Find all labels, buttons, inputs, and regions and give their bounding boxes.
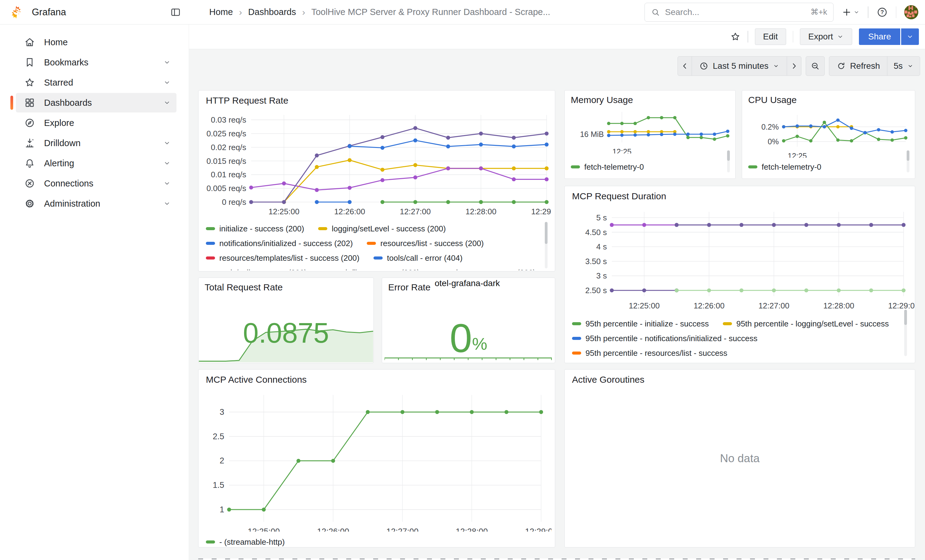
memory-usage-chart[interactable]: 12:2516 MiB bbox=[566, 108, 732, 153]
divider bbox=[868, 6, 868, 18]
share-split-button: Share bbox=[859, 29, 919, 45]
legend-item[interactable]: tools/call - error (404) bbox=[374, 254, 462, 263]
legend-item[interactable]: initialize - success (200) bbox=[206, 224, 304, 234]
panel-memory-usage: Memory Usage 12:2516 MiB fetch-telemetry… bbox=[564, 90, 736, 179]
panel-title[interactable]: HTTP Request Rate bbox=[206, 95, 288, 106]
sidebar-item-label: Explore bbox=[44, 118, 74, 128]
time-range-group: Last 5 minutes bbox=[678, 56, 801, 76]
zoom-out-time-button[interactable] bbox=[806, 56, 825, 76]
sidebar-item-drilldown[interactable]: Drilldown bbox=[16, 133, 176, 153]
sidebar-item-dashboards[interactable]: Dashboards bbox=[16, 93, 176, 113]
panel-title[interactable]: Error Rate bbox=[388, 282, 430, 293]
legend-label: tools/list - success (200) bbox=[334, 268, 420, 270]
legend-scrollbar[interactable] bbox=[904, 310, 907, 356]
time-shift-back-button[interactable] bbox=[678, 56, 692, 76]
mcp-request-duration-chart[interactable]: 12:25:0012:26:0012:27:0012:28:0012:29:00… bbox=[566, 204, 914, 311]
legend-label: 95th percentile - initialize - success bbox=[586, 319, 709, 329]
legend-row: - (streamable-http) bbox=[206, 534, 542, 548]
legend-item[interactable]: 95th percentile - notifications/initiali… bbox=[572, 334, 757, 343]
legend-item[interactable]: notifications/initialized - success (202… bbox=[206, 239, 353, 248]
time-shift-forward-button[interactable] bbox=[787, 56, 801, 76]
avatar[interactable] bbox=[904, 5, 918, 19]
chevron-down-icon bbox=[163, 78, 171, 87]
legend-item[interactable]: 95th percentile - resources/list - succe… bbox=[572, 348, 728, 358]
mcp-active-connections-chart[interactable]: 12:25:0012:26:0012:27:0012:28:0012:29:00… bbox=[203, 385, 551, 531]
panel-title[interactable]: MCP Active Connections bbox=[206, 374, 307, 385]
sidebar-item-explore[interactable]: Explore bbox=[16, 113, 176, 133]
add-button[interactable] bbox=[842, 7, 860, 17]
svg-text:12:26:00: 12:26:00 bbox=[317, 527, 349, 531]
panel-title[interactable]: Total Request Rate bbox=[205, 282, 283, 293]
panel-title[interactable]: CPU Usage bbox=[748, 95, 797, 105]
sidebar-item-label: Bookmarks bbox=[44, 57, 88, 68]
sidebar-item-home[interactable]: Home bbox=[16, 32, 176, 52]
svg-text:12:27:00: 12:27:00 bbox=[758, 301, 789, 310]
sidebar-item-label: Home bbox=[44, 37, 68, 47]
time-range-picker[interactable]: Last 5 minutes bbox=[691, 56, 787, 76]
legend-label: 95th percentile - resources/list - succe… bbox=[586, 348, 728, 358]
chevron-down-icon bbox=[907, 63, 914, 69]
legend-color-chip bbox=[374, 257, 383, 260]
dock-sidebar-icon[interactable] bbox=[170, 7, 181, 18]
refresh-interval-picker[interactable]: 5s bbox=[887, 56, 920, 76]
zoom-out-icon bbox=[811, 62, 820, 71]
sidebar-item-connections[interactable]: Connections bbox=[16, 174, 176, 193]
refresh-button[interactable]: Refresh bbox=[829, 56, 888, 76]
svg-text:12:29:00: 12:29:00 bbox=[525, 527, 551, 531]
svg-text:16 MiB: 16 MiB bbox=[580, 130, 604, 138]
panel-total-request-rate: Total Request Rate 0.0875 bbox=[198, 278, 374, 363]
topbar-right: ⌘+k ? bbox=[645, 3, 925, 22]
search-input[interactable] bbox=[664, 7, 811, 17]
legend-item[interactable]: tools/list - success (200) bbox=[321, 268, 420, 270]
panel-mcp-request-duration: MCP Request Duration 12:25:0012:26:0012:… bbox=[564, 186, 915, 363]
legend-item[interactable]: 95th percentile - resources/templates/li… bbox=[572, 363, 764, 363]
svg-text:1.5: 1.5 bbox=[212, 480, 224, 490]
panel-title[interactable]: Memory Usage bbox=[571, 95, 633, 105]
legend-item[interactable]: 95th percentile - initialize - success bbox=[572, 319, 709, 329]
sidebar-item-bookmarks[interactable]: Bookmarks bbox=[16, 53, 176, 72]
legend-item[interactable]: resources/list - success (200) bbox=[367, 239, 484, 248]
sidebar-item-label: Administration bbox=[44, 199, 100, 209]
legend-scrollbar[interactable] bbox=[545, 222, 548, 269]
legend-item[interactable]: tools/call - success (200) bbox=[206, 268, 307, 270]
share-button[interactable]: Share bbox=[859, 29, 900, 45]
legend-item[interactable]: unknown - success (200) bbox=[434, 268, 536, 270]
legend-item[interactable]: resources/templates/list - success (200) bbox=[206, 254, 359, 263]
help-icon[interactable]: ? bbox=[876, 6, 888, 18]
cpu-usage-chart[interactable]: 12:250.2%0% bbox=[745, 112, 912, 158]
legend-scrollbar[interactable] bbox=[907, 150, 909, 173]
panel-mcp-active-connections: MCP Active Connections 12:25:0012:26:001… bbox=[198, 369, 555, 548]
legend-item[interactable]: 95th percentile - logging/setLevel - suc… bbox=[723, 319, 889, 329]
sidebar-item-label: Dashboards bbox=[44, 98, 92, 108]
edit-button[interactable]: Edit bbox=[755, 29, 786, 45]
export-button[interactable]: Export bbox=[800, 29, 852, 45]
clock-icon bbox=[699, 62, 708, 71]
legend-item[interactable]: fetch-telemetry-0 bbox=[748, 162, 821, 172]
chevron-right-icon bbox=[789, 62, 798, 71]
chevron-down-icon bbox=[163, 200, 171, 207]
star-favorite-icon[interactable] bbox=[730, 31, 741, 42]
svg-text:0.03 req/s: 0.03 req/s bbox=[211, 115, 246, 125]
duration-legend: 95th percentile - initialize - success95… bbox=[572, 316, 895, 363]
svg-text:4.50 s: 4.50 s bbox=[585, 228, 607, 237]
sidebar-item-alerting[interactable]: Alerting bbox=[16, 153, 176, 173]
legend-label: fetch-telemetry-0 bbox=[762, 162, 821, 172]
search-box[interactable]: ⌘+k bbox=[645, 3, 833, 22]
legend-item[interactable]: - (streamable-http) bbox=[206, 537, 285, 547]
legend-item[interactable]: fetch-telemetry-0 bbox=[571, 162, 644, 172]
legend-item[interactable]: logging/setLevel - success (200) bbox=[318, 224, 446, 234]
legend-scrollbar[interactable] bbox=[727, 150, 730, 173]
svg-text:12:25:00: 12:25:00 bbox=[248, 527, 280, 531]
svg-text:0.2%: 0.2% bbox=[761, 123, 779, 131]
chevron-down-icon bbox=[773, 63, 779, 69]
legend-color-chip bbox=[206, 227, 215, 230]
http-request-rate-chart[interactable]: 12:25:0012:26:0012:27:0012:28:0012:29:00… bbox=[200, 108, 551, 217]
breadcrumb-item[interactable]: Home bbox=[209, 7, 233, 17]
svg-text:12:28:00: 12:28:00 bbox=[456, 527, 488, 531]
sidebar-item-administration[interactable]: Administration bbox=[16, 194, 176, 213]
breadcrumb-item[interactable]: Dashboards bbox=[248, 7, 296, 17]
sidebar-item-starred[interactable]: Starred bbox=[16, 73, 176, 92]
panel-title[interactable]: MCP Request Duration bbox=[572, 191, 666, 201]
grafana-logo-icon[interactable] bbox=[9, 5, 23, 19]
share-menu-button[interactable] bbox=[901, 29, 919, 45]
